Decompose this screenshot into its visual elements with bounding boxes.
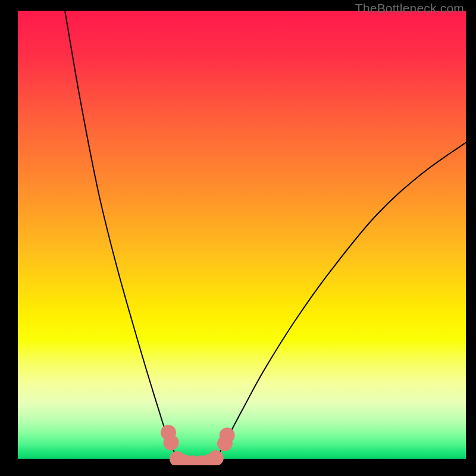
chart-frame: TheBottleneck.com bbox=[0, 0, 476, 476]
bottleneck-curve bbox=[18, 11, 466, 465]
watermark-text: TheBottleneck.com bbox=[355, 1, 464, 15]
plot-area bbox=[18, 11, 466, 465]
curve-marker bbox=[220, 428, 235, 443]
curve-marker bbox=[164, 435, 179, 450]
curve-marker bbox=[208, 450, 224, 465]
